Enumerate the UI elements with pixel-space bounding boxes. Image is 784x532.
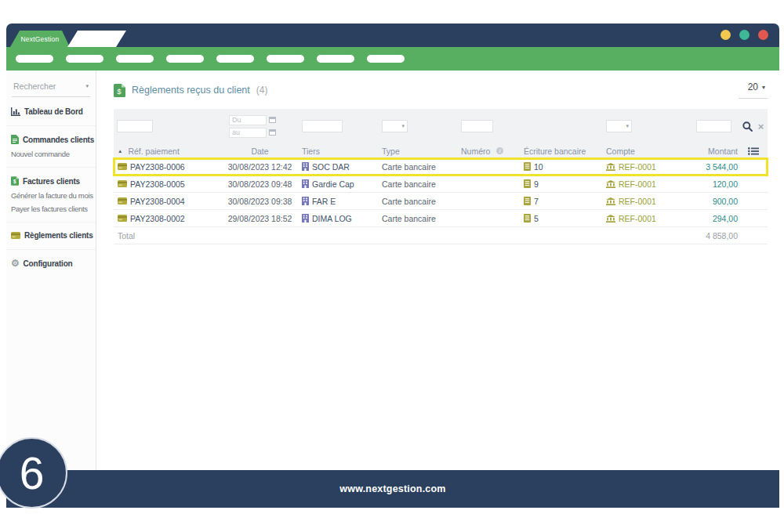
sidebar-item-factures-clients[interactable]: Factures clients xyxy=(6,173,96,189)
tab-blank[interactable] xyxy=(64,31,129,47)
maximize-button[interactable] xyxy=(739,30,750,40)
date-from-input[interactable] xyxy=(229,115,267,125)
payment-date: 30/08/2023 09:38 xyxy=(223,193,296,209)
nav-item-placeholder[interactable] xyxy=(116,55,154,63)
page-size-select[interactable]: 20 ▾ xyxy=(739,81,768,99)
nav-item-placeholder[interactable] xyxy=(267,55,304,63)
sidebar-item-nouvel-commande[interactable]: Nouvel commande xyxy=(6,147,96,161)
page-title: Règlements reçus du client xyxy=(132,85,250,96)
table-row[interactable]: PAY2308-0005 30/08/2023 09:48 Gardie Cap… xyxy=(114,176,768,193)
order-document-icon xyxy=(11,135,19,144)
building-icon xyxy=(302,179,309,188)
search-select[interactable]: Rechercher ▾ xyxy=(12,80,90,97)
invoice-icon xyxy=(114,84,125,97)
search-placeholder: Rechercher xyxy=(13,81,56,91)
payment-numero xyxy=(437,210,506,226)
payment-ref[interactable]: PAY2308-0004 xyxy=(130,197,185,206)
sidebar-item-label: Commandes clients xyxy=(23,136,94,144)
footer-url: www.nextgestion.com xyxy=(339,483,445,494)
account-ref[interactable]: REF-0001 xyxy=(619,162,656,172)
bank-entry[interactable]: 9 xyxy=(534,179,539,189)
nav-item-placeholder[interactable] xyxy=(317,55,354,63)
search-icon[interactable] xyxy=(742,121,753,132)
ref-filter-input[interactable] xyxy=(117,120,153,132)
column-header-date[interactable]: Date xyxy=(223,143,296,158)
payment-card-icon xyxy=(11,232,20,239)
bank-entry[interactable]: 5 xyxy=(534,214,539,223)
column-header-compte[interactable]: Compte xyxy=(593,143,670,158)
tiers-name[interactable]: DIMA LOG xyxy=(312,214,352,223)
payment-type: Carte bancaire xyxy=(363,176,437,192)
close-button[interactable] xyxy=(758,30,768,40)
numero-filter-input[interactable] xyxy=(461,120,493,132)
page-size-value: 20 xyxy=(748,81,758,92)
date-to-input[interactable] xyxy=(229,128,267,138)
building-icon xyxy=(302,197,309,205)
tab-nextgestion[interactable]: NextGestion xyxy=(10,31,70,47)
column-header-montant[interactable]: Montant xyxy=(670,143,739,158)
nav-item-placeholder[interactable] xyxy=(216,55,254,63)
chevron-down-icon: ▾ xyxy=(762,84,765,91)
payment-ref[interactable]: PAY2308-0005 xyxy=(130,179,185,189)
column-header-type[interactable]: Type xyxy=(363,143,437,158)
step-number: 6 xyxy=(20,447,45,499)
type-filter-select[interactable]: ▾ xyxy=(382,120,408,132)
table-row[interactable]: PAY2308-0004 30/08/2023 09:38 FAR E Cart… xyxy=(114,193,768,210)
payment-card-icon xyxy=(118,215,127,222)
nav-item-placeholder[interactable] xyxy=(166,55,204,63)
tiers-name[interactable]: FAR E xyxy=(312,197,336,206)
info-icon: i xyxy=(496,147,503,154)
chevron-down-icon: ▾ xyxy=(626,123,629,129)
payment-amount: 120,00 xyxy=(670,176,739,192)
tiers-name[interactable]: SOC DAR xyxy=(312,162,350,172)
account-ref[interactable]: REF-0001 xyxy=(619,179,656,189)
payment-ref[interactable]: PAY2308-0002 xyxy=(130,214,185,223)
payment-type: Carte bancaire xyxy=(363,158,437,175)
tiers-name[interactable]: Gardie Cap xyxy=(312,179,354,189)
sidebar-item-configuration[interactable]: ⚙ Configuration xyxy=(6,255,96,271)
table-row[interactable]: PAY2308-0006 30/08/2023 12:42 SOC DAR Ca… xyxy=(114,158,768,176)
clear-filters-icon[interactable]: × xyxy=(758,121,764,132)
building-icon xyxy=(302,162,309,171)
payment-type: Carte bancaire xyxy=(363,193,437,209)
payment-date: 30/08/2023 09:48 xyxy=(223,176,296,192)
payment-date: 30/08/2023 12:42 xyxy=(223,158,296,175)
result-count: (4) xyxy=(256,85,268,96)
column-header-ref[interactable]: ▲ Réf. paiement xyxy=(114,143,223,158)
nav-item-placeholder[interactable] xyxy=(16,55,53,63)
bank-icon xyxy=(606,215,615,223)
nav-item-placeholder[interactable] xyxy=(66,55,103,63)
sidebar-item-payer-factures[interactable]: Payer les factures clients xyxy=(6,202,96,215)
tiers-filter-input[interactable] xyxy=(302,120,343,132)
bank-entry[interactable]: 7 xyxy=(534,197,539,206)
column-header-tiers[interactable]: Tiers xyxy=(296,143,363,158)
account-ref[interactable]: REF-0001 xyxy=(619,214,656,223)
bank-entry[interactable]: 10 xyxy=(534,162,543,172)
calendar-icon[interactable] xyxy=(269,117,276,123)
payment-ref[interactable]: PAY2308-0006 xyxy=(130,162,185,172)
sidebar-item-commandes-clients[interactable]: Commandes clients xyxy=(6,132,96,147)
main-nav xyxy=(6,47,779,71)
calendar-icon[interactable] xyxy=(269,129,276,136)
sort-asc-icon: ▲ xyxy=(118,148,122,154)
brand-label: NextGestion xyxy=(21,35,60,43)
compte-filter-select[interactable]: ▾ xyxy=(606,120,632,132)
column-header-ecriture[interactable]: Écriture bancaire xyxy=(506,143,593,158)
bar-chart-icon xyxy=(11,107,20,116)
payment-card-icon xyxy=(118,163,127,170)
montant-filter-input[interactable] xyxy=(696,120,731,132)
minimize-button[interactable] xyxy=(720,30,731,40)
sidebar-item-label: Tableau de Bord xyxy=(24,107,83,116)
bank-icon xyxy=(606,180,615,188)
column-settings-button[interactable] xyxy=(739,143,767,158)
table-row[interactable]: PAY2308-0002 29/08/2023 18:52 DIMA LOG C… xyxy=(114,210,768,227)
nav-item-placeholder[interactable] xyxy=(367,55,405,63)
account-ref[interactable]: REF-0001 xyxy=(619,197,656,206)
column-header-numero[interactable]: Numéro i xyxy=(437,143,506,158)
sidebar-item-reglements-clients[interactable]: Règlements clients xyxy=(6,228,96,243)
total-amount: 4 858,00 xyxy=(670,227,739,244)
sidebar-item-tableau-de-bord[interactable]: Tableau de Bord xyxy=(6,104,96,119)
bank-icon xyxy=(606,197,615,205)
sidebar-item-generer-facture[interactable]: Générer la facture du mois xyxy=(6,189,96,202)
payment-type: Carte bancaire xyxy=(363,210,437,226)
